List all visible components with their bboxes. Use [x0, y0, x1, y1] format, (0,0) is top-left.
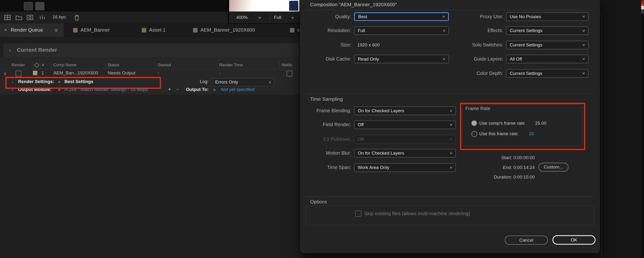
field-render-select[interactable]: Off	[354, 120, 456, 129]
divider	[106, 62, 106, 69]
effects-select[interactable]: Current Settings	[506, 26, 588, 35]
field-render-label: Field Render:	[306, 120, 351, 129]
dialog-title: Composition "AEM_Banner_1920X600"	[310, 2, 397, 8]
start-time: Start: 0:00:00:00	[472, 155, 535, 160]
close-icon[interactable]: ×	[4, 24, 7, 37]
col-render: Render	[12, 63, 25, 67]
color-depth-select[interactable]: Current Settings	[506, 69, 588, 78]
current-render-header[interactable]: › Current Render	[3, 43, 303, 57]
queue-item-row[interactable]: ∨ 1 AEM_Ban...1920X600 Needs Output - -	[0, 69, 303, 77]
time-sampling-title: Time Sampling	[310, 96, 343, 102]
expander-down-icon[interactable]: ∨	[4, 71, 7, 76]
effects-value: Current Settings	[510, 27, 542, 35]
color-depth-value: Current Settings	[510, 69, 542, 77]
tab-comp-3[interactable]: AEM_Banner_1920X600	[200, 24, 255, 37]
disk-cache-value: Read Only	[358, 55, 379, 63]
proxy-use-value: Use No Proxies	[510, 13, 541, 21]
color-depth-label: Color Depth:	[452, 69, 503, 78]
adjustment-icon[interactable]	[39, 14, 46, 21]
motion-blur-select[interactable]: On for Checked Layers	[354, 149, 456, 157]
footage-icon	[193, 28, 198, 33]
top-panel-strip	[0, 0, 229, 12]
render-checkbox[interactable]	[16, 71, 21, 77]
panel-edge-line	[601, 13, 602, 258]
trash-icon[interactable]	[73, 14, 80, 21]
divider	[217, 62, 218, 69]
divider	[33, 62, 33, 69]
effects-label: Effects:	[452, 26, 503, 35]
tab-comp-1[interactable]: AEM_Banner	[80, 24, 110, 37]
second-display-sliver	[641, 0, 644, 258]
log-value: Errors Only	[215, 79, 238, 85]
chevron-right-icon[interactable]: ›	[9, 43, 11, 57]
zoom-select[interactable]: 400%	[236, 12, 248, 24]
chevron-down-icon[interactable]: ∨	[213, 88, 216, 91]
pulldown-value: Off	[358, 135, 364, 143]
project-toolbar: 16 bpc	[0, 12, 229, 24]
cancel-button[interactable]: Cancel	[505, 235, 548, 244]
output-to-value-link[interactable]: Not yet specified	[221, 87, 254, 92]
current-render-title: Current Render	[17, 43, 57, 57]
render-queue-panel: › Current Render Render # Comp Name Stat…	[0, 37, 303, 258]
col-status: Status	[108, 63, 119, 67]
item-status: Needs Output	[108, 70, 136, 75]
guide-layers-select[interactable]: All Off	[506, 55, 588, 63]
thumbnail-icon	[24, 2, 33, 10]
log-label: Log:	[164, 79, 209, 84]
annotation-frame-rate	[460, 103, 585, 150]
disk-cache-label: Disk Cache:	[306, 55, 351, 63]
time-span-select[interactable]: Work Area Only	[354, 163, 456, 172]
log-select[interactable]: Errors Only ∨	[212, 78, 274, 86]
quality-select[interactable]: Best	[354, 13, 449, 21]
col-notify: Notify	[282, 63, 292, 67]
screenshot-root: 16 bpc × Render Queue ≡ AEM_Banner Asset…	[0, 0, 644, 258]
thumbnail-icon	[36, 2, 44, 10]
disk-cache-select[interactable]: Read Only	[354, 55, 449, 63]
footage-icon	[290, 28, 294, 33]
proxy-use-select[interactable]: Use No Proxies	[506, 13, 588, 21]
label-color-swatch[interactable]	[33, 71, 37, 75]
quality-value: Best	[358, 13, 367, 20]
quality-label: Quality:	[306, 13, 351, 21]
chevron-down-icon[interactable]: ∨	[258, 16, 261, 20]
custom-button[interactable]: Custom...	[538, 163, 568, 171]
frame-blending-select[interactable]: On for Checked Layers	[354, 107, 456, 115]
notify-checkbox[interactable]	[286, 71, 292, 77]
resolution-select[interactable]: Full	[354, 26, 449, 35]
item-comp-name: AEM_Ban...1920X600	[53, 70, 98, 75]
sliver-image	[641, 0, 644, 6]
guide-layers-value: All Off	[510, 55, 522, 63]
end-time: End: 0:00:14:24	[472, 165, 535, 170]
viewer-toolbar: 400% ∨ Full ∨	[229, 12, 300, 24]
solo-switches-value: Current Settings	[510, 41, 542, 49]
tab-comp-4[interactable]: s	[298, 24, 300, 37]
output-to-label: Output To:	[164, 87, 209, 92]
interpret-footage-icon[interactable]	[4, 14, 11, 21]
divider	[306, 196, 594, 197]
desktop-background	[600, 0, 644, 258]
tab-render-queue-label: Render Queue	[11, 24, 43, 37]
skip-existing-checkbox[interactable]	[355, 211, 362, 217]
resolution-select[interactable]: Full	[274, 12, 281, 24]
divider	[156, 62, 156, 69]
divider	[40, 62, 40, 69]
chevron-down-icon[interactable]: ∨	[291, 16, 294, 20]
footage-icon	[142, 28, 146, 33]
tab-render-queue[interactable]: × Render Queue ≡	[0, 24, 64, 37]
new-folder-icon[interactable]	[15, 14, 23, 21]
ok-button[interactable]: OK	[552, 235, 596, 245]
frame-blending-value: On for Checked Layers	[358, 107, 404, 115]
solo-switches-select[interactable]: Current Settings	[506, 41, 588, 49]
time-span-label: Time Span:	[306, 163, 351, 172]
preview-image	[229, 0, 258, 12]
divider	[279, 62, 280, 69]
bit-depth-button[interactable]: 16 bpc	[52, 14, 66, 19]
queue-column-headers: Render # Comp Name Status Started Render…	[0, 62, 303, 69]
item-render-time: -	[219, 70, 221, 75]
skip-existing-label: Skip existing files (allows multi-machin…	[364, 211, 470, 216]
tab-comp-2[interactable]: Asset 1	[149, 24, 166, 37]
frame-blending-label: Frame Blending:	[306, 107, 351, 115]
new-composition-icon[interactable]	[26, 14, 34, 21]
col-comp-name: Comp Name	[53, 63, 76, 67]
panel-menu-icon[interactable]: ≡	[55, 24, 58, 37]
